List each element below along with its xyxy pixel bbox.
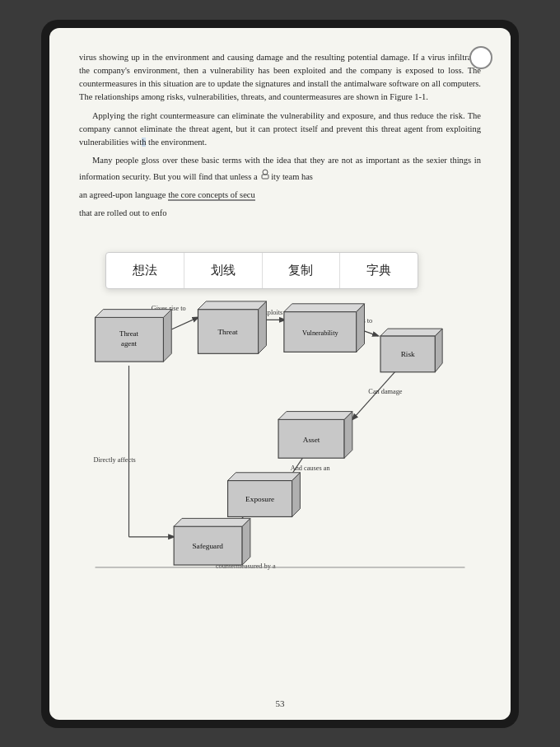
screen: virus showing up in the environment and …: [49, 28, 511, 720]
page-number: 53: [276, 698, 285, 708]
svg-text:Threat: Threat: [119, 329, 138, 338]
svg-text:agent: agent: [121, 339, 138, 348]
svg-text:Threat: Threat: [217, 328, 238, 336]
svg-marker-41: [228, 473, 301, 481]
svg-text:Directly affects: Directly affects: [94, 457, 136, 465]
paragraph-2: Applying the right countermeasure can el…: [79, 110, 481, 150]
svg-text:Safeguard: Safeguard: [192, 542, 223, 550]
svg-rect-1: [262, 175, 268, 179]
svg-line-2: [171, 318, 198, 330]
svg-point-0: [263, 170, 268, 175]
context-menu-underline[interactable]: 划线: [184, 253, 263, 288]
svg-text:Vulnerability: Vulnerability: [302, 329, 339, 337]
svg-marker-24: [259, 301, 267, 353]
page-content: virus showing up in the environment and …: [49, 28, 511, 720]
paragraph-3-continuation: an agreed-upon language the core concept…: [79, 189, 481, 202]
context-menu-idea[interactable]: 想法: [106, 253, 184, 288]
svg-text:Asset: Asset: [303, 436, 320, 444]
svg-marker-20: [96, 310, 172, 318]
svg-marker-25: [198, 301, 266, 310]
svg-text:Can damage: Can damage: [368, 389, 402, 396]
svg-text:Risk: Risk: [401, 351, 415, 359]
svg-marker-33: [380, 329, 442, 336]
circle-button[interactable]: [469, 46, 492, 69]
context-menu-dictionary[interactable]: 字典: [340, 253, 418, 288]
paragraph-1: virus showing up in the environment and …: [79, 51, 481, 105]
device-frame: virus showing up in the environment and …: [41, 20, 519, 728]
svg-text:And causes an: And causes an: [291, 465, 331, 472]
highlighted-text: h: [142, 138, 146, 147]
paragraph-3-end: that are rolled out to enfo: [79, 207, 481, 220]
svg-marker-45: [174, 519, 250, 527]
svg-marker-19: [163, 310, 171, 362]
paragraph-3-partial: Many people gloss over these basic terms…: [79, 154, 481, 184]
body-text: virus showing up in the environment and …: [79, 51, 481, 221]
context-menu-copy[interactable]: 复制: [263, 253, 341, 288]
context-menu: 想法 划线 复制 字典: [105, 252, 418, 289]
svg-text:Exposure: Exposure: [245, 495, 274, 503]
svg-marker-29: [284, 304, 365, 312]
svg-marker-37: [278, 412, 352, 420]
